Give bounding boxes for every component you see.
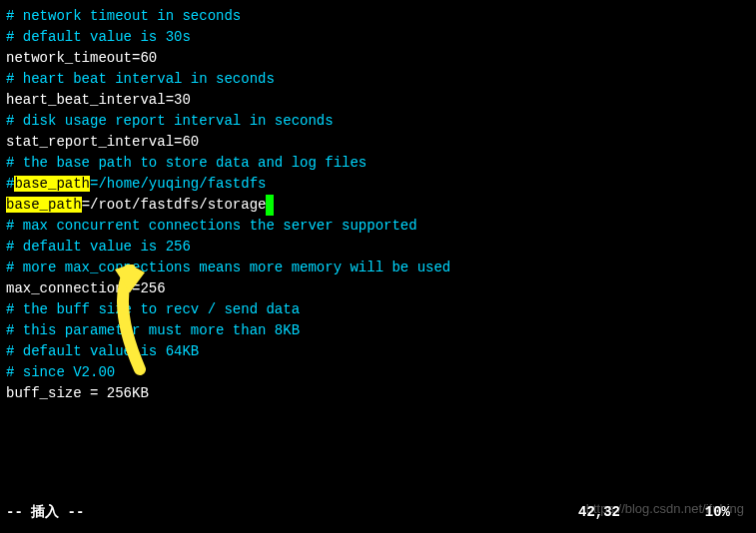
code-line: base_path=/root/fastdfs/storage [6, 195, 750, 216]
vim-mode: -- 插入 -- [6, 502, 84, 523]
code-line: # disk usage report interval in seconds [6, 111, 750, 132]
code-line: # max concurrent connections the server … [6, 216, 750, 237]
cursor [266, 195, 274, 216]
code-line: #base_path=/home/yuqing/fastdfs [6, 174, 750, 195]
code-line: buff_size = 256KB [6, 383, 750, 404]
code-line: # default value is 256 [6, 237, 750, 258]
code-line: # more max_connections means more memory… [6, 258, 750, 278]
code-line: max_connections=256 [6, 278, 750, 299]
editor-content[interactable]: # network timeout in seconds # default v… [6, 6, 750, 404]
code-line: network_timeout=60 [6, 48, 750, 69]
highlight-match: base_path [14, 176, 90, 192]
code-line: # default value is 30s [6, 27, 750, 48]
code-line: heart_beat_interval=30 [6, 90, 750, 111]
vim-status-line: -- 插入 -- 42,32 10% [6, 502, 750, 523]
code-line: # this parameter must more than 8KB [6, 320, 750, 341]
code-line: # since V2.00 [6, 362, 750, 383]
code-line: stat_report_interval=60 [6, 132, 750, 153]
highlight-match: base_path [6, 197, 82, 213]
code-line: # heart beat interval in seconds [6, 69, 750, 90]
code-line: # the base path to store data and log fi… [6, 153, 750, 174]
code-line: # default value is 64KB [6, 341, 750, 362]
code-line: # network timeout in seconds [6, 6, 750, 27]
scroll-percent: 10% [705, 502, 730, 523]
code-line: # the buff size to recv / send data [6, 299, 750, 320]
cursor-position: 42,32 [578, 502, 620, 523]
